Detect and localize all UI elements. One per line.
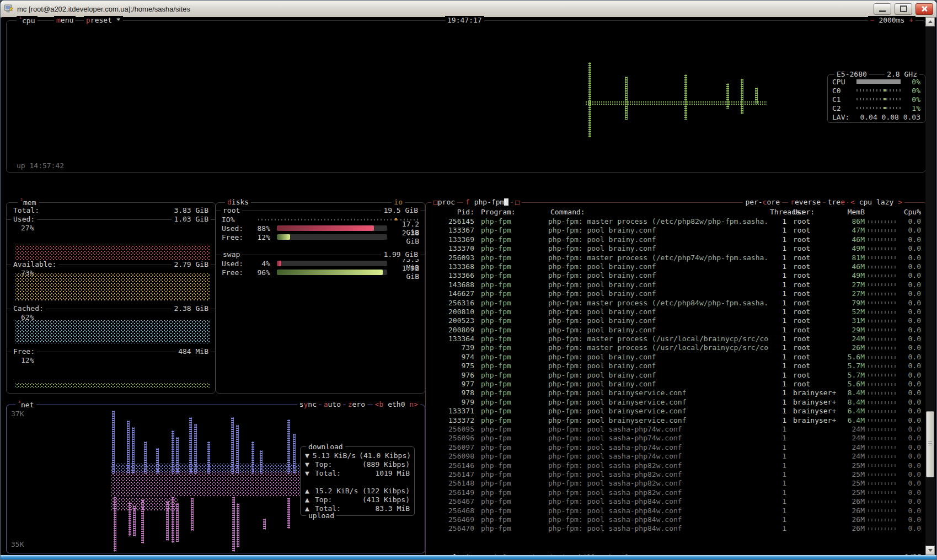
proc-box-title[interactable]: □proc	[431, 198, 457, 206]
cpu-box-title[interactable]: ¹cpu	[17, 16, 38, 25]
table-row[interactable]: 133372 php-fpm php-fpm: pool brainyservi…	[426, 416, 927, 425]
table-row[interactable]: 143688 php-fpm php-fpm: pool brainy.conf…	[426, 281, 927, 289]
cpu-mini-meter	[865, 461, 899, 470]
table-row[interactable]: 133366 php-fpm php-fpm: pool brainy.conf…	[426, 271, 927, 280]
cpu-mini-meter	[865, 281, 899, 289]
table-row[interactable]: 133371 php-fpm php-fpm: pool brainyservi…	[426, 407, 927, 416]
cpu-mini-meter	[865, 398, 899, 407]
minimize-button[interactable]	[874, 3, 891, 15]
scroll-down-button[interactable]	[925, 546, 935, 555]
mem-free-graph	[15, 383, 210, 388]
cpu-mini-meter	[865, 343, 899, 352]
sort-prev-button[interactable]: <	[850, 198, 855, 206]
cpu-meter-bar	[856, 79, 901, 84]
disks-io-toggle[interactable]: io	[392, 198, 405, 206]
table-row[interactable]: 256097 php-fpm php-fpm: pool sasha-php74…	[426, 443, 927, 452]
mem-box-title[interactable]: ²mem	[18, 198, 39, 207]
mem-cached: Cached:2.38 GiB	[11, 304, 211, 313]
net-box-title[interactable]: ³net	[15, 400, 36, 409]
mem-available-graph	[15, 273, 210, 301]
table-row[interactable]: 976 php-fpm php-fpm: pool brainy.conf 1 …	[426, 371, 927, 380]
table-row[interactable]: 133368 php-fpm php-fpm: pool brainy.conf…	[426, 262, 927, 271]
close-button[interactable]	[915, 3, 933, 15]
table-row[interactable]: 256147 php-fpm php-fpm: pool sasha-php82…	[426, 470, 927, 479]
cpu-mini-meter	[865, 470, 899, 479]
disk-swap-used-bar	[277, 261, 387, 266]
proc-percore-toggle[interactable]: per-core	[743, 198, 782, 206]
table-row[interactable]: 256145 php-fpm php-fpm: master process (…	[426, 217, 927, 226]
proc-table-header: Pid: Program: Command: Threads: User: Me…	[426, 208, 927, 217]
upload-speed: ▲15.2 KiB/s(122 Kibps)	[305, 487, 410, 495]
table-row[interactable]: 256467 php-fpm php-fpm: pool sasha-php84…	[426, 497, 927, 506]
disk-swap-free: Free:96% 1.92 GiB	[222, 268, 419, 277]
uptime: up 14:57:42	[17, 161, 64, 170]
table-row[interactable]: 256469 php-fpm php-fpm: pool sasha-php84…	[426, 515, 927, 524]
net-stats-box: download ▼5.13 KiB/s(41.0 Kibps) ▼Top:(8…	[300, 446, 415, 516]
table-row[interactable]: 979 php-fpm php-fpm: pool brainyservice.…	[426, 398, 927, 407]
table-row[interactable]: 146627 php-fpm php-fpm: pool brainy.conf…	[426, 289, 927, 298]
menu-button[interactable]: menu	[54, 16, 76, 24]
proc-filter[interactable]: f php-fpm	[463, 198, 511, 206]
table-row[interactable]: 739 php-fpm php-fpm: master process (/us…	[426, 343, 927, 352]
disks-box-title[interactable]: disks	[225, 198, 251, 206]
table-row[interactable]: 200523 php-fpm php-fpm: pool brainy.conf…	[426, 316, 927, 325]
table-row[interactable]: 200809 php-fpm php-fpm: pool brainy.conf…	[426, 326, 927, 335]
net-interface-switcher[interactable]: <b eth0 n>	[373, 400, 420, 408]
proc-reverse-toggle[interactable]: reverse	[788, 198, 823, 206]
down-arrow-icon: ▼	[305, 469, 312, 477]
upload-label: upload	[306, 511, 336, 520]
cpu-mini-meter	[865, 389, 899, 397]
scrollbar[interactable]	[925, 17, 935, 555]
cpu-mini-meter	[865, 217, 899, 226]
sort-next-button[interactable]: >	[898, 198, 902, 206]
table-row[interactable]: 256146 php-fpm php-fpm: pool sasha-php82…	[426, 461, 927, 470]
scrollbar-thumb[interactable]	[926, 411, 934, 477]
table-row[interactable]: 977 php-fpm php-fpm: pool brainy.conf 1 …	[426, 380, 927, 389]
net-prev-button[interactable]: <b	[375, 400, 384, 408]
disk-swap-free-bar	[277, 270, 387, 275]
preset-button[interactable]: preset *	[84, 16, 123, 24]
maximize-button[interactable]	[895, 3, 912, 15]
window: mc [root@a202.itdeveloper.com.ua]:/home/…	[0, 0, 937, 560]
table-row[interactable]: 133367 php-fpm php-fpm: pool brainy.conf…	[426, 226, 927, 235]
scroll-down-icon	[928, 549, 933, 552]
interval-plus-button[interactable]: +	[909, 16, 913, 24]
table-row[interactable]: 133364 php-fpm php-fpm: master process (…	[426, 335, 927, 343]
table-row[interactable]: 256468 php-fpm php-fpm: pool sasha-php84…	[426, 507, 927, 515]
cpu-meter-box: E5-2680 2.8 GHz CPU 0% C0 0% C1	[827, 74, 925, 123]
table-row[interactable]: 974 php-fpm php-fpm: pool brainy.conf 1 …	[426, 353, 927, 362]
proc-sort-selector[interactable]: < cpu lazy >	[848, 198, 904, 206]
cpu-mini-meter	[865, 380, 899, 389]
titlebar[interactable]: mc [root@a202.itdeveloper.com.ua]:/home/…	[1, 1, 936, 18]
cpu-mini-meter	[865, 271, 899, 280]
table-row[interactable]: 256316 php-fpm php-fpm: master process (…	[426, 299, 927, 308]
scroll-up-button[interactable]	[925, 17, 935, 26]
net-next-button[interactable]: n>	[409, 400, 418, 408]
table-row[interactable]: 256098 php-fpm php-fpm: pool sasha-php74…	[426, 452, 927, 461]
core1-row: C1 0%	[832, 95, 920, 104]
cpu-mini-meter	[865, 407, 899, 416]
interval-minus-button[interactable]: −	[870, 16, 875, 24]
net-zero-toggle[interactable]: zero	[346, 400, 367, 408]
table-row[interactable]: 256148 php-fpm php-fpm: pool sasha-php82…	[426, 479, 927, 488]
table-row[interactable]: 256470 php-fpm php-fpm: pool sasha-php84…	[426, 524, 927, 533]
table-row[interactable]: 975 php-fpm php-fpm: pool brainy.conf 1 …	[426, 362, 927, 370]
table-row[interactable]: 256093 php-fpm php-fpm: master process (…	[426, 254, 927, 262]
download-total: ▼Total:1019 MiB	[305, 469, 410, 477]
table-row[interactable]: 256149 php-fpm php-fpm: pool sasha-php82…	[426, 488, 927, 497]
filter-clear-button[interactable]: □	[513, 198, 522, 206]
table-row[interactable]: 978 php-fpm php-fpm: pool brainyservice.…	[426, 389, 927, 397]
net-sync-toggle[interactable]: sync	[297, 400, 319, 408]
table-row[interactable]: 133370 php-fpm php-fpm: pool brainy.conf…	[426, 244, 927, 253]
cpu-mini-meter	[865, 235, 899, 244]
proc-tree-toggle[interactable]: tree	[826, 198, 847, 206]
window-title: mc [root@a202.itdeveloper.com.ua]:/home/…	[17, 5, 870, 13]
mem-available: Available:2.79 GiB	[11, 260, 211, 269]
table-row[interactable]: 256095 php-fpm php-fpm: pool sasha-php74…	[426, 425, 927, 434]
minimize-icon	[879, 10, 886, 12]
table-row[interactable]: 133369 php-fpm php-fpm: pool brainy.conf…	[426, 235, 927, 244]
table-row[interactable]: 256096 php-fpm php-fpm: pool sasha-php74…	[426, 434, 927, 443]
table-row[interactable]: 200810 php-fpm php-fpm: pool brainy.conf…	[426, 308, 927, 316]
net-auto-toggle[interactable]: auto	[322, 400, 343, 408]
core2-row: C2 1%	[832, 104, 920, 112]
